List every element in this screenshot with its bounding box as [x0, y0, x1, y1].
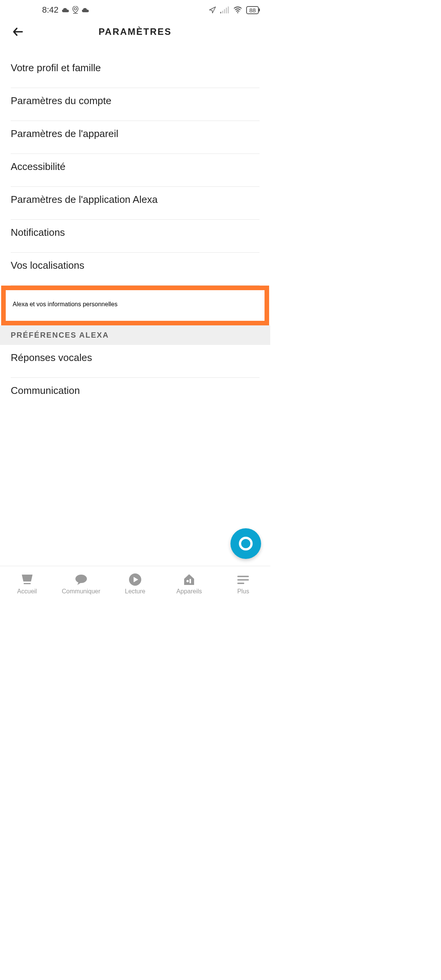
signal-icon — [220, 7, 229, 13]
nav-more[interactable]: Plus — [216, 566, 270, 601]
svg-rect-3 — [224, 9, 225, 13]
settings-item-communication[interactable]: Communication — [11, 378, 260, 410]
svg-rect-13 — [237, 579, 249, 581]
settings-item-voice-responses[interactable]: Réponses vocales — [11, 345, 260, 378]
back-button[interactable] — [11, 25, 24, 38]
location-arrow-icon — [209, 6, 216, 14]
svg-rect-4 — [226, 8, 227, 13]
settings-item-label: Réponses vocales — [11, 352, 92, 363]
status-right: 88 — [209, 6, 259, 14]
svg-rect-1 — [220, 12, 221, 13]
svg-rect-14 — [237, 583, 244, 584]
settings-list: Votre profil et famille Paramètres du co… — [0, 44, 270, 410]
settings-item-locations[interactable]: Vos localisations — [11, 253, 260, 286]
status-left: 8:42 — [11, 5, 89, 15]
settings-item-notifications[interactable]: Notifications — [11, 220, 260, 253]
nav-play[interactable]: Lecture — [108, 566, 162, 601]
battery-indicator: 88 — [246, 6, 259, 14]
svg-point-8 — [75, 575, 87, 583]
settings-item-label: Notifications — [11, 227, 65, 238]
nav-label: Plus — [237, 588, 249, 595]
nav-home[interactable]: Accueil — [0, 566, 54, 601]
menu-icon — [237, 573, 250, 586]
settings-item-profile[interactable]: Votre profil et famille — [11, 55, 260, 88]
nav-devices[interactable]: Appareils — [162, 566, 216, 601]
settings-item-label: Paramètres du compte — [11, 95, 111, 106]
svg-point-10 — [186, 580, 189, 582]
nav-communicate[interactable]: Communiquer — [54, 566, 108, 601]
cloud-icon — [62, 7, 69, 13]
svg-rect-2 — [222, 11, 223, 13]
settings-item-label: Alexa et vos informations personnelles — [13, 301, 118, 307]
settings-item-privacy[interactable]: Alexa et vos informations personnelles — [1, 286, 269, 325]
page-title: PARAMÈTRES — [8, 26, 263, 37]
devices-icon — [183, 573, 196, 586]
wifi-icon — [233, 7, 242, 13]
svg-rect-12 — [237, 576, 249, 577]
svg-rect-7 — [24, 583, 31, 584]
settings-item-label: Paramètres de l'application Alexa — [11, 194, 158, 205]
app-header: PARAMÈTRES — [0, 20, 270, 44]
bottom-nav: Accueil Communiquer Lecture Appareils Pl… — [0, 566, 270, 601]
battery-level: 88 — [249, 7, 256, 13]
settings-item-accessibility[interactable]: Accessibilité — [11, 154, 260, 187]
location-pin-icon — [72, 6, 78, 14]
nav-label: Communiquer — [62, 588, 100, 595]
nav-label: Lecture — [125, 588, 145, 595]
nav-label: Accueil — [17, 588, 37, 595]
alexa-ring-icon — [239, 537, 253, 550]
home-icon — [20, 573, 34, 586]
settings-item-label: Communication — [11, 385, 80, 396]
nav-label: Appareils — [176, 588, 202, 595]
status-bar: 8:42 88 — [0, 0, 270, 20]
settings-item-label: Paramètres de l'appareil — [11, 128, 118, 139]
settings-item-label: Votre profil et famille — [11, 62, 101, 74]
settings-item-device[interactable]: Paramètres de l'appareil — [11, 121, 260, 154]
alexa-fab-button[interactable] — [230, 528, 261, 559]
chat-icon — [75, 573, 88, 586]
svg-point-6 — [237, 12, 238, 13]
settings-item-label: Vos localisations — [11, 260, 84, 271]
section-header-preferences: PRÉFÉRENCES ALEXA — [0, 325, 270, 345]
status-time: 8:42 — [42, 5, 59, 15]
settings-item-alexa-app[interactable]: Paramètres de l'application Alexa — [11, 187, 260, 220]
settings-item-account[interactable]: Paramètres du compte — [11, 88, 260, 121]
play-icon — [129, 573, 142, 586]
settings-item-label: Accessibilité — [11, 161, 65, 172]
svg-rect-11 — [189, 579, 191, 583]
arrow-left-icon — [11, 25, 24, 38]
svg-rect-5 — [228, 7, 229, 13]
cloud-icon-2 — [82, 7, 89, 13]
